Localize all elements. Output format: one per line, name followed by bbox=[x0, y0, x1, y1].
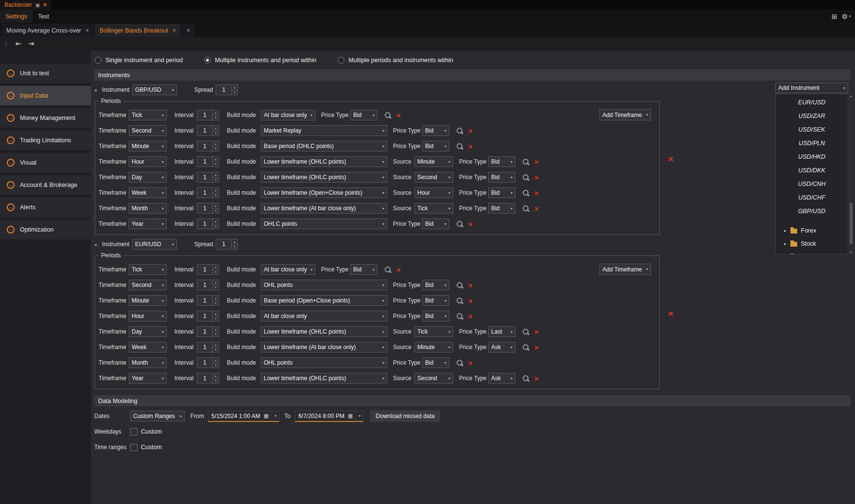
price-type-select[interactable]: Bid▾ bbox=[350, 110, 377, 120]
interval-input[interactable]: 1▲▼ bbox=[197, 342, 219, 353]
remove-timeframe-icon[interactable]: × bbox=[468, 313, 473, 320]
settings-gear-group[interactable]: ⚙ ▾ bbox=[841, 13, 851, 20]
group-forex[interactable]: ▸Forex bbox=[776, 224, 848, 237]
instrument-list-item[interactable]: USD/ZAR bbox=[776, 109, 848, 123]
collapse-icon[interactable]: ▴ bbox=[95, 87, 102, 92]
gear-icon[interactable]: ⚙ bbox=[841, 13, 848, 20]
to-date-dropdown[interactable]: ▾ bbox=[356, 411, 363, 422]
source-select[interactable]: Minute▾ bbox=[414, 156, 453, 167]
remove-instrument-icon[interactable]: × bbox=[668, 154, 673, 165]
interval-input[interactable]: 1▲▼ bbox=[197, 357, 219, 368]
price-type-select[interactable]: Bid▾ bbox=[422, 295, 449, 306]
instrument-list-item[interactable]: USD/DKK bbox=[776, 164, 848, 177]
magnifier-icon[interactable] bbox=[522, 328, 530, 336]
spin-down-icon[interactable]: ▼ bbox=[213, 332, 219, 337]
spin-up-icon[interactable]: ▲ bbox=[213, 342, 219, 348]
remove-timeframe-icon[interactable]: × bbox=[534, 174, 539, 181]
build-mode-select[interactable]: At bar close only▾ bbox=[261, 110, 315, 120]
interval-input[interactable]: 1▲▼ bbox=[197, 141, 219, 151]
collapse-icon[interactable]: ▴ bbox=[95, 242, 102, 247]
spin-up-icon[interactable]: ▲ bbox=[232, 85, 238, 90]
remove-timeframe-icon[interactable]: × bbox=[468, 282, 473, 289]
timeframe-select[interactable]: Hour▾ bbox=[129, 311, 167, 321]
spin-down-icon[interactable]: ▼ bbox=[213, 224, 219, 229]
magnifier-icon[interactable] bbox=[456, 143, 463, 150]
tab-test[interactable]: Test bbox=[33, 10, 54, 23]
build-mode-select[interactable]: Base period (OHLC points)▾ bbox=[261, 141, 387, 151]
sidebar-item-money-management[interactable]: →Money Management bbox=[0, 108, 91, 128]
price-type-select[interactable]: Bid▾ bbox=[422, 311, 449, 321]
expander-icon[interactable]: ▸ bbox=[784, 228, 787, 233]
new-window-icon[interactable]: ⊞ bbox=[832, 13, 838, 20]
price-type-select[interactable]: Bid▾ bbox=[422, 280, 449, 290]
interval-input[interactable]: 1▲▼ bbox=[197, 280, 219, 290]
price-type-select[interactable]: Bid▾ bbox=[422, 218, 449, 229]
timeframe-select[interactable]: Week▾ bbox=[129, 342, 167, 353]
close-tab-icon[interactable]: × bbox=[172, 27, 176, 34]
spin-up-icon[interactable]: ▲ bbox=[213, 280, 219, 286]
doc-tab-empty[interactable]: × bbox=[182, 24, 195, 37]
drag-handle-icon[interactable]: ⋮ bbox=[3, 40, 9, 47]
build-mode-select[interactable]: Lower timeframe (OHLC points)▾ bbox=[261, 373, 387, 384]
magnifier-icon[interactable] bbox=[456, 297, 463, 304]
spin-down-icon[interactable]: ▼ bbox=[213, 209, 219, 214]
spin-up-icon[interactable]: ▲ bbox=[213, 157, 219, 162]
weekdays-custom-checkbox[interactable] bbox=[130, 428, 137, 436]
remove-timeframe-icon[interactable]: × bbox=[468, 127, 473, 134]
source-select[interactable]: Tick▾ bbox=[414, 203, 453, 214]
spin-down-icon[interactable]: ▼ bbox=[213, 301, 219, 306]
interval-input[interactable]: 1▲▼ bbox=[197, 326, 219, 337]
dates-mode-select[interactable]: Custom Ranges▾ bbox=[130, 411, 185, 421]
export-settings-icon[interactable]: ⇥ bbox=[28, 39, 34, 48]
build-mode-select[interactable]: At bar close only▾ bbox=[261, 311, 387, 321]
download-missed-data-button[interactable]: Download missed data bbox=[370, 410, 440, 422]
from-date-input[interactable]: 5/15/2024 1:00 AM▦ bbox=[208, 411, 272, 422]
build-mode-select[interactable]: At bar close only▾ bbox=[261, 264, 315, 275]
spread-input[interactable]: 1▲▼ bbox=[216, 84, 238, 95]
spin-up-icon[interactable]: ▲ bbox=[213, 141, 219, 147]
chevron-down-icon[interactable]: ▾ bbox=[849, 14, 851, 18]
price-type-select[interactable]: Bid▾ bbox=[488, 172, 515, 183]
timeframe-select[interactable]: Year▾ bbox=[129, 373, 167, 384]
spin-down-icon[interactable]: ▼ bbox=[213, 147, 219, 151]
magnifier-icon[interactable] bbox=[456, 127, 463, 134]
remove-timeframe-icon[interactable]: × bbox=[396, 112, 401, 119]
spin-up-icon[interactable]: ▲ bbox=[213, 203, 219, 209]
source-select[interactable]: Minute▾ bbox=[414, 342, 453, 353]
spin-down-icon[interactable]: ▼ bbox=[213, 270, 219, 275]
interval-input[interactable]: 1▲▼ bbox=[197, 125, 219, 136]
build-mode-select[interactable]: Lower timeframe (OHLC points)▾ bbox=[261, 156, 387, 167]
app-window-tab[interactable]: Backtester ▣ × bbox=[0, 0, 51, 10]
sidebar-item-optimization[interactable]: →Optimization bbox=[0, 220, 91, 239]
sidebar-item-input-data[interactable]: →Input Data bbox=[0, 86, 91, 105]
magnifier-icon[interactable] bbox=[384, 266, 392, 273]
interval-input[interactable]: 1▲▼ bbox=[197, 373, 219, 384]
add-timeframe-button[interactable]: Add Timeframe▾ bbox=[599, 109, 651, 120]
spin-down-icon[interactable]: ▼ bbox=[213, 286, 219, 290]
group-crypto[interactable]: ▸Crypto bbox=[776, 250, 848, 254]
price-type-select[interactable]: Last▾ bbox=[488, 326, 515, 337]
timeframe-select[interactable]: Tick▾ bbox=[129, 110, 167, 120]
build-mode-select[interactable]: Lower timeframe (Open+Close points)▾ bbox=[261, 187, 387, 198]
build-mode-select[interactable]: OHLC points▾ bbox=[261, 218, 387, 229]
price-type-select[interactable]: Ask▾ bbox=[488, 342, 515, 353]
spin-down-icon[interactable]: ▼ bbox=[213, 348, 219, 353]
radio-multiple-instruments[interactable]: Multiple instruments and period within bbox=[204, 57, 316, 64]
spin-up-icon[interactable]: ▲ bbox=[213, 110, 219, 116]
instrument-list-item[interactable]: USD/HKD bbox=[776, 150, 848, 164]
instrument-list-item[interactable]: EUR/USD bbox=[776, 96, 848, 109]
interval-input[interactable]: 1▲▼ bbox=[197, 110, 219, 120]
build-mode-select[interactable]: Base period (Open+Close points)▾ bbox=[261, 295, 387, 306]
sidebar-item-trading-limitations[interactable]: →Trading Limitations bbox=[0, 131, 91, 150]
remove-timeframe-icon[interactable]: × bbox=[534, 205, 539, 212]
price-type-select[interactable]: Bid▾ bbox=[488, 203, 515, 214]
price-type-select[interactable]: Bid▾ bbox=[422, 141, 449, 151]
scroll-down-icon[interactable]: ▼ bbox=[850, 251, 853, 254]
instrument-list-item[interactable]: USD/CHF bbox=[776, 191, 848, 204]
timeframe-select[interactable]: Minute▾ bbox=[129, 141, 167, 151]
timeframe-select[interactable]: Tick▾ bbox=[129, 264, 167, 275]
from-date-dropdown[interactable]: ▾ bbox=[272, 411, 279, 422]
magnifier-icon[interactable] bbox=[384, 112, 392, 119]
spin-down-icon[interactable]: ▼ bbox=[213, 193, 219, 198]
to-date-input[interactable]: 6/7/2024 8:00 PM▦ bbox=[295, 411, 356, 422]
